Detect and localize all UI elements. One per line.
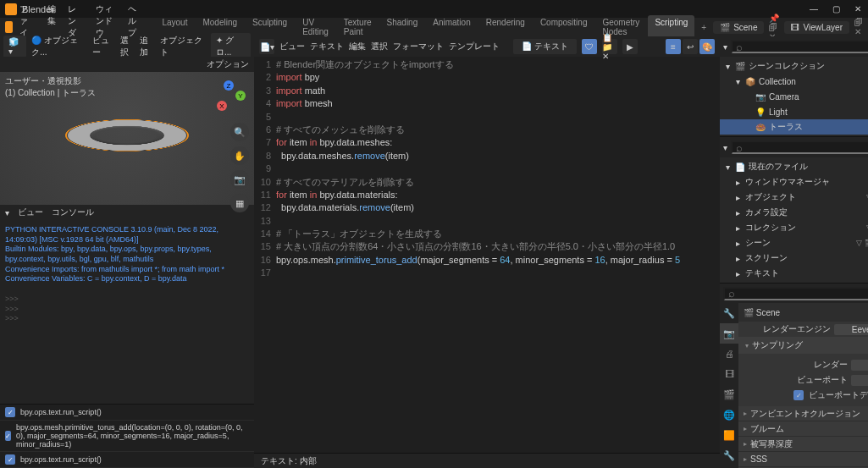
viewport-samples-input[interactable]: 16 — [851, 375, 868, 386]
tab-render[interactable]: 📷 — [720, 323, 738, 344]
scene-collection-row[interactable]: ▾🎬シーンコレクション — [720, 58, 868, 74]
console-line: Convenience Imports: from mathutils impo… — [5, 265, 249, 275]
viewlayer-selector[interactable]: 🎞 ViewLayer — [784, 21, 849, 34]
tab-animation[interactable]: Animation — [426, 15, 477, 39]
syntax-toggle[interactable]: 🎨 — [699, 39, 715, 54]
engine-dropdown[interactable]: Eevee — [834, 324, 868, 335]
console-editor-type[interactable]: ▾ — [5, 208, 9, 217]
add-workspace-button[interactable]: + — [696, 21, 711, 34]
prop-section[interactable]: ▸ブルーム — [738, 421, 868, 437]
zoom-icon[interactable]: 🔍 — [230, 123, 249, 141]
fb-row[interactable]: ▸テキスト📄 — [720, 266, 868, 281]
tab-viewlayer[interactable]: 🎞 — [720, 364, 738, 384]
console-prompt: >>> — [5, 295, 249, 305]
fb-type-button[interactable]: ▾ — [723, 143, 727, 152]
tab-output[interactable]: 🖨 — [720, 344, 738, 364]
fb-row[interactable]: ▸コレクション▽ 🍩 🍩 — [720, 220, 868, 235]
axis-z[interactable]: Z — [224, 80, 234, 91]
prop-section[interactable]: ▸SSS — [738, 452, 868, 467]
scene-selector[interactable]: 🎬 Scene — [713, 21, 764, 34]
te-menu-view[interactable]: ビュー — [279, 41, 305, 52]
tab-scene[interactable]: 🎬 — [720, 384, 738, 405]
tab-scripting[interactable]: Scripting — [648, 15, 694, 39]
text-datablock[interactable]: 📄 テキスト — [513, 39, 577, 54]
viewport-canvas[interactable]: ユーザー・透視投影 (1) Collection | トーラス Z Y X 🔍 … — [0, 72, 254, 205]
run-script-button[interactable]: ▶ — [622, 39, 638, 54]
fb-row[interactable]: ▸スクリーン — [720, 251, 868, 266]
unlink-button[interactable]: 📋 📁 ✕ — [602, 39, 617, 54]
mode-dropdown[interactable]: 🔵 オブジェク... — [31, 35, 86, 58]
prop-section[interactable]: ▸アンビエントオクルージョン — [738, 406, 868, 421]
pan-icon[interactable]: ✋ — [230, 146, 249, 165]
fb-search-2[interactable] — [723, 287, 868, 300]
te-menu-text[interactable]: テキスト — [310, 41, 344, 52]
console-prompt[interactable]: >>> — [5, 314, 249, 324]
file-browser[interactable]: ▾ ⚙ ▾ ▾📄現在のファイル ▸ウィンドウマネージャ▸オブジェクト▽ 🍩 🍩▸… — [720, 136, 868, 303]
tab-texture paint[interactable]: Texture Paint — [337, 15, 379, 39]
fb-search[interactable] — [731, 140, 868, 154]
info-row[interactable]: ✓bpy.ops.text.run_script() — [0, 452, 254, 468]
maximize-button[interactable]: ▢ — [831, 4, 841, 14]
minimize-button[interactable]: — — [809, 4, 819, 14]
line-numbers-toggle[interactable]: ≡ — [666, 39, 681, 54]
sampling-section[interactable]: ▾サンプリング — [738, 337, 868, 354]
outliner[interactable]: ▾ ⚙ ▾ ▾🎬シーンコレクション ▾📦Collection👁 📷📷Camera… — [720, 36, 868, 136]
te-menu-template[interactable]: テンプレート — [449, 41, 500, 52]
tab-compositing[interactable]: Compositing — [534, 15, 594, 39]
outliner-row[interactable]: 💡Light👁 📷 — [720, 104, 868, 119]
tab-shading[interactable]: Shading — [380, 15, 425, 39]
app-icon[interactable] — [5, 21, 13, 33]
axis-x[interactable]: X — [217, 101, 227, 111]
camera-icon[interactable]: 📷 — [230, 170, 249, 189]
tab-modifiers[interactable]: 🔧 — [720, 445, 738, 465]
options-dropdown[interactable]: オプション — [207, 59, 249, 69]
tab-rendering[interactable]: Rendering — [479, 15, 532, 39]
fb-row[interactable]: ▸ウィンドウマネージャ — [720, 174, 868, 190]
tab-world[interactable]: 🌐 — [720, 405, 738, 425]
prop-section[interactable]: ▸被写界深度 — [738, 437, 868, 452]
tab-tool[interactable]: 🔧 — [720, 303, 738, 323]
tab-object[interactable]: 🟧 — [720, 425, 738, 445]
editor-type-button[interactable]: 🧊▾ — [3, 36, 26, 58]
prop-breadcrumb[interactable]: 🎬 Scene — [744, 308, 780, 317]
outliner-type-button[interactable]: ▾ — [723, 42, 727, 52]
vp-footer-view[interactable]: ビュー — [18, 206, 43, 218]
properties-panel: 🔧 📷 🖨 🎞 🎬 🌐 🟧 🔧 ✨ ⚛ 🔗 ▽ ● 🎬 Scene — [720, 303, 868, 468]
outliner-row[interactable]: 🍩トーラス👁 📷 — [720, 119, 868, 135]
viewlayer-icons[interactable]: 🗐 ✕ — [854, 18, 863, 36]
info-row[interactable]: ✓bpy.ops.text.run_script() — [0, 405, 254, 421]
text-editor-body[interactable]: 1234567891011121314151617 # Blender関連のオブ… — [254, 57, 720, 453]
axis-y[interactable]: Y — [235, 91, 246, 101]
render-samples-input[interactable]: 64 — [851, 360, 868, 371]
fb-row[interactable]: ▸カメラ設定📷 — [720, 205, 868, 220]
vp-menu-add[interactable]: 追加 — [140, 35, 155, 58]
outliner-row[interactable]: 📷Camera👁 📷 — [720, 89, 868, 104]
viewport-3d[interactable]: 🧊▾ 🔵 オブジェク... ビュー 選択 追加 オブジェクト ✦ グロ... オ… — [0, 36, 254, 220]
close-button[interactable]: ✕ — [853, 4, 863, 14]
vp-header-2: オプション — [0, 57, 254, 72]
vp-footer-console[interactable]: コンソール — [52, 206, 94, 218]
nav-gizmo[interactable]: Z Y X — [212, 80, 246, 114]
tab-uv editing[interactable]: UV Editing — [296, 15, 335, 39]
fb-row[interactable]: ▸オブジェクト▽ 🍩 🍩 — [720, 190, 868, 205]
new-text-button[interactable]: 🛡 — [582, 39, 597, 54]
vp-menu-select[interactable]: 選択 — [120, 35, 135, 58]
outliner-search[interactable] — [731, 40, 868, 53]
vp-menu-view[interactable]: ビュー — [92, 35, 115, 58]
info-row[interactable]: ✓bpy.ops.mesh.primitive_torus_add(locati… — [0, 421, 254, 452]
te-menu-format[interactable]: フォーマット — [393, 41, 444, 52]
fb-root[interactable]: ▾📄現在のファイル — [720, 159, 868, 174]
editor-type-button[interactable]: 📄▾ — [259, 39, 274, 54]
wrap-toggle[interactable]: ↩ — [683, 39, 698, 54]
te-menu-select[interactable]: 選択 — [371, 41, 388, 52]
vp-menu-object[interactable]: オブジェクト — [160, 35, 206, 58]
te-menu-edit[interactable]: 編集 — [349, 41, 366, 52]
python-console[interactable]: PYTHON INTERACTIVE CONSOLE 3.10.9 (main,… — [0, 220, 254, 404]
outliner-row[interactable]: ▾📦Collection👁 📷 — [720, 74, 868, 89]
denoise-checkbox[interactable]: ✓ — [793, 390, 804, 400]
tab-sculpting[interactable]: Sculpting — [246, 15, 294, 39]
text-editor-footer: テキスト: 内部 — [261, 455, 317, 467]
fb-row[interactable]: ▸シーン▽ 🎬 📷 🎞 — [720, 235, 868, 251]
perspective-icon[interactable]: ▦ — [230, 194, 249, 212]
main-area: 🧊▾ 🔵 オブジェク... ビュー 選択 追加 オブジェクト ✦ グロ... オ… — [0, 36, 868, 468]
